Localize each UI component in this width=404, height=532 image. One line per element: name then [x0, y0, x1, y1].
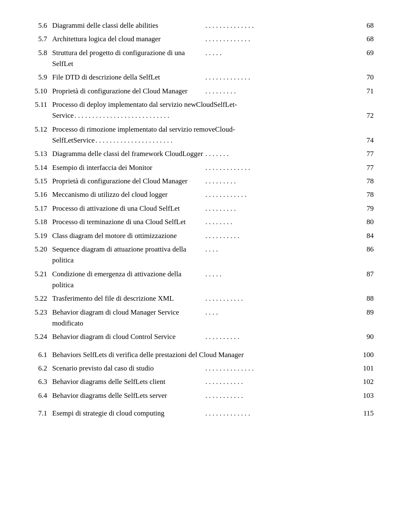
toc-page: 69 — [359, 48, 374, 58]
toc-page: 102 — [359, 376, 374, 387]
toc-page: 72 — [359, 110, 374, 121]
toc-dots: . . . . . . . . . . — [205, 230, 359, 241]
toc-number: 5.18 — [30, 217, 52, 228]
toc-dots: . . . . — [205, 307, 359, 318]
toc-entry-5-11: 5.11Processo di deploy implementato dal … — [30, 99, 374, 122]
toc-number: 5.21 — [30, 269, 52, 280]
toc-label: Scenario previsto dal caso di studio — [52, 363, 205, 374]
toc-number: 6.3 — [30, 376, 52, 387]
toc-dots: . . . . . . . . . — [205, 86, 359, 97]
toc-number: 5.15 — [30, 176, 52, 187]
toc-number: 5.20 — [30, 244, 52, 255]
toc-entry-5-12: 5.12Processo di rimozione implementato d… — [30, 124, 374, 146]
toc-label: Struttura del progetto di configurazione… — [52, 48, 205, 70]
toc-entry-5-21: 5.21Condizione di emergenza di attivazio… — [30, 269, 374, 291]
toc-number: 5.24 — [30, 331, 52, 342]
toc-container: 5.6Diagrammi delle classi delle abilitie… — [30, 20, 374, 419]
toc-dots: . . . . — [205, 244, 359, 255]
toc-entry-5-10: 5.10Proprietà di configurazione del Clou… — [30, 86, 374, 97]
toc-number: 6.1 — [30, 349, 52, 360]
toc-page: 101 — [359, 363, 374, 374]
toc-label: Meccanismo di utilizzo del cloud logger — [52, 189, 205, 200]
toc-dots: . . . . . — [205, 48, 359, 58]
toc-number: 5.12 — [30, 124, 52, 135]
toc-entry-5-13: 5.13Diagramma delle classi del framework… — [30, 148, 374, 159]
toc-entry-6-3: 6.3Behavior diagrams delle SelfLets clie… — [30, 376, 374, 387]
toc-number: 5.17 — [30, 203, 52, 214]
toc-label: Behavior diagram di cloud Manager Servic… — [52, 307, 205, 329]
toc-label-line1: Processo di deploy implementato dal serv… — [52, 99, 374, 110]
toc-page: 86 — [359, 244, 374, 255]
toc-label: Processo di terminazione di una Cloud Se… — [52, 217, 205, 228]
toc-page: 79 — [359, 203, 374, 214]
toc-label: Condizione di emergenza di attivazione d… — [52, 269, 205, 291]
toc-page: 88 — [359, 293, 374, 304]
toc-page: 68 — [359, 20, 374, 31]
toc-page: 68 — [359, 34, 374, 45]
toc-entry-5-24: 5.24Behavior diagram di cloud Control Se… — [30, 331, 374, 342]
toc-dots: . . . . . . . — [205, 148, 359, 159]
toc-entry-6-1: 6.1Behaviors SelfLets di verifica delle … — [30, 349, 374, 360]
toc-dots: . . . . . . . . . . . — [205, 390, 359, 401]
toc-entry-5-18: 5.18Processo di terminazione di una Clou… — [30, 217, 374, 228]
toc-label: Esempi di strategie di cloud computing — [52, 408, 205, 419]
toc-label: Architettura logica del cloud manager — [52, 34, 205, 45]
toc-dots: . . . . . . . . . . — [205, 331, 359, 342]
toc-page: 78 — [359, 189, 374, 200]
toc-dots: . . . . . . . . . . . — [205, 293, 359, 304]
toc-entry-5-6: 5.6Diagrammi delle classi delle abilitie… — [30, 20, 374, 31]
toc-label: Trasferimento del file di descrizione XM… — [52, 293, 205, 304]
toc-page: 77 — [359, 148, 374, 159]
toc-entry-6-4: 6.4Behavior diagrams delle SelfLets serv… — [30, 390, 374, 401]
toc-dots: . . . . . . . . . . . . . . — [205, 20, 359, 31]
toc-number: 6.2 — [30, 363, 52, 374]
toc-dots: . . . . . . . . . . . . . — [205, 72, 359, 83]
toc-page: 70 — [359, 72, 374, 83]
toc-page: 77 — [359, 162, 374, 173]
toc-entry-5-8: 5.8Struttura del progetto di configurazi… — [30, 48, 374, 70]
toc-label-line1: Processo di rimozione implementato dal s… — [52, 124, 374, 135]
toc-dots: . . . . . . . . . . . — [205, 376, 359, 387]
toc-label: Diagramma delle classi del framework Clo… — [52, 148, 205, 159]
toc-entry-5-20: 5.20Sequence diagram di attuazione proat… — [30, 244, 374, 266]
toc-label: Proprietà di configurazione del Cloud Ma… — [52, 86, 205, 97]
toc-label: Class diagram del motore di ottimizzazio… — [52, 230, 205, 241]
toc-dots: . . . . . . . . . . . . . . — [205, 363, 359, 374]
toc-label: Proprietà di configurazione del Cloud Ma… — [52, 176, 205, 187]
toc-label-line2: SelfLetService — [52, 135, 95, 146]
toc-label: Sequence diagram di attuazione proattiva… — [52, 244, 205, 266]
toc-entry-5-15: 5.15Proprietà di configurazione del Clou… — [30, 176, 374, 187]
toc-page: 74 — [359, 135, 374, 146]
toc-dots: . . . . . . . . . . . . — [205, 189, 359, 200]
toc-label: File DTD di descrizione della SelfLet — [52, 72, 205, 83]
toc-dots: . . . . . . . . . . . . . — [205, 162, 359, 173]
toc-page: 87 — [359, 269, 374, 280]
toc-entry-5-19: 5.19Class diagram del motore di ottimizz… — [30, 230, 374, 241]
toc-dots: . . . . . — [205, 269, 359, 280]
toc-entry-5-14: 5.14Esempio di interfaccia dei Monitor .… — [30, 162, 374, 173]
toc-entry-5-7: 5.7Architettura logica del cloud manager… — [30, 34, 374, 45]
toc-number: 5.6 — [30, 20, 52, 31]
toc-number: 5.8 — [30, 48, 52, 58]
toc-page: 84 — [359, 230, 374, 241]
toc-number: 7.1 — [30, 408, 52, 419]
toc-dots: . . . . . . . . . . . . . . . . . . . . … — [74, 110, 357, 121]
toc-dots: . . . . . . . . . . . . . . . . . . . . … — [95, 135, 357, 146]
toc-number: 5.19 — [30, 230, 52, 241]
toc-label: Behavior diagrams delle SelfLets client — [52, 376, 205, 387]
toc-dots: . . . . . . . . . . . . . — [205, 408, 359, 419]
toc-page: 100 — [359, 349, 374, 360]
toc-number: 5.10 — [30, 86, 52, 97]
toc-number: 5.9 — [30, 72, 52, 83]
toc-label: Diagrammi delle classi delle abilities — [52, 20, 205, 31]
toc-number: 5.13 — [30, 148, 52, 159]
toc-entry-5-16: 5.16Meccanismo di utilizzo del cloud log… — [30, 189, 374, 200]
toc-entry-5-23: 5.23Behavior diagram di cloud Manager Se… — [30, 307, 374, 329]
toc-dots: . . . . . . . . . — [205, 203, 359, 214]
toc-page: 103 — [359, 390, 374, 401]
toc-page: 71 — [359, 86, 374, 97]
toc-number: 5.16 — [30, 189, 52, 200]
toc-page: 90 — [359, 331, 374, 342]
toc-entry-5-17: 5.17Processo di attivazione di una Cloud… — [30, 203, 374, 214]
toc-entry-6-2: 6.2Scenario previsto dal caso di studio … — [30, 363, 374, 374]
